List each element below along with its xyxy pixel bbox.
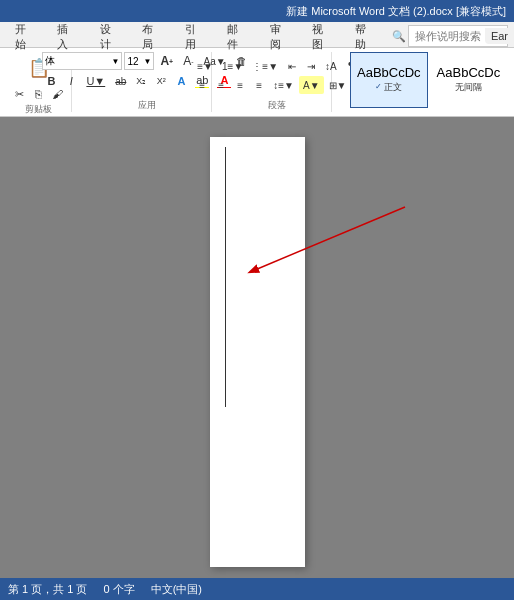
style-heading1[interactable]: AaBl 标题 1	[509, 52, 514, 108]
bullets-button[interactable]: ≡▼	[193, 57, 217, 75]
language[interactable]: 中文(中国)	[151, 582, 202, 597]
tab-home[interactable]: 开始	[4, 25, 45, 47]
italic-button[interactable]: I	[62, 72, 80, 90]
sort-button[interactable]: ↕A	[321, 57, 341, 75]
font-size-value: 12	[127, 56, 138, 67]
title-text: 新建 Microsoft Word 文档 (2).docx [兼容模式]	[286, 4, 506, 19]
clipboard-label: 剪贴板	[25, 103, 52, 116]
font-name-value: 体	[45, 54, 55, 68]
status-bar: 第 1 页，共 1 页 0 个字 中文(中国)	[0, 578, 514, 600]
align-buttons-row: ≡ ≡ ≡ ≡ ↕≡▼ A▼ ⊞▼	[193, 76, 359, 94]
multilevel-button[interactable]: ⋮≡▼	[248, 57, 282, 75]
title-bar: 新建 Microsoft Word 文档 (2).docx [兼容模式]	[0, 0, 514, 22]
tab-view[interactable]: 视图	[301, 25, 342, 47]
arrow-line	[250, 207, 405, 272]
paragraph-group: ≡▼ 1≡▼ ⋮≡▼ ⇤ ⇥ ↕A ¶ ≡ ≡ ≡ ≡ ↕≡▼ A▼	[222, 52, 332, 112]
style-gallery: AaBbCcDc ✓ 正文 AaBbCcDc 无间隔 AaBl 标题 1	[350, 52, 514, 108]
ribbon-tabs: 开始 插入 设计 布局 引用 邮件 审阅 视图 帮助 🔍	[0, 22, 514, 48]
tab-references[interactable]: 引用	[174, 25, 215, 47]
bold-button[interactable]: B	[42, 72, 60, 90]
tab-help[interactable]: 帮助	[344, 25, 385, 47]
style-nospace-label: 无间隔	[455, 81, 482, 94]
font-name-dropdown: ▼	[111, 57, 119, 66]
document-page	[210, 137, 305, 567]
tab-layout[interactable]: 布局	[131, 25, 172, 47]
align-center-button[interactable]: ≡	[212, 76, 230, 94]
list-buttons-row: ≡▼ 1≡▼ ⋮≡▼ ⇤ ⇥ ↕A ¶	[193, 57, 359, 75]
font-size-select[interactable]: 12 ▼	[124, 52, 154, 70]
tab-mailings[interactable]: 邮件	[216, 25, 257, 47]
underline-button[interactable]: U▼	[82, 72, 109, 90]
styles-group: AaBbCcDc ✓ 正文 AaBbCcDc 无间隔 AaBl 标题 1	[342, 52, 514, 112]
style-normal-checkmark: ✓	[375, 82, 382, 91]
text-effect-button[interactable]: A	[172, 72, 190, 90]
strikethrough-button[interactable]: ab	[111, 72, 130, 90]
align-right-button[interactable]: ≡	[231, 76, 249, 94]
style-normal-preview: AaBbCcDc	[357, 66, 421, 79]
subscript-button[interactable]: X₂	[132, 72, 150, 90]
font-label: 应用	[138, 99, 156, 112]
font-size-dropdown: ▼	[143, 57, 151, 66]
font-name-select[interactable]: 体 ▼	[42, 52, 122, 70]
decrease-indent-button[interactable]: ⇤	[283, 57, 301, 75]
align-left-button[interactable]: ≡	[193, 76, 211, 94]
tab-design[interactable]: 设计	[89, 25, 130, 47]
ribbon: 开始 插入 设计 布局 引用 邮件 审阅 视图 帮助 🔍 📋 ✂ ⎘ 🖌	[0, 22, 514, 117]
paragraph-buttons: ≡▼ 1≡▼ ⋮≡▼ ⇤ ⇥ ↕A ¶ ≡ ≡ ≡ ≡ ↕≡▼ A▼	[193, 52, 359, 99]
style-normal-label: 正文	[384, 81, 402, 94]
justify-button[interactable]: ≡	[250, 76, 268, 94]
numbering-button[interactable]: 1≡▼	[218, 57, 247, 75]
line-spacing-button[interactable]: ↕≡▼	[269, 76, 298, 94]
superscript-button[interactable]: X²	[152, 72, 170, 90]
ear-area: Ear	[485, 28, 514, 44]
word-count[interactable]: 0 个字	[103, 582, 134, 597]
style-nospace-preview: AaBbCcDc	[437, 66, 501, 79]
red-arrow-annotation	[215, 187, 435, 307]
document-area	[0, 117, 514, 578]
cut-button[interactable]: ✂	[10, 85, 28, 103]
shading-button[interactable]: A▼	[299, 76, 324, 94]
style-nospace[interactable]: AaBbCcDc 无间隔	[430, 52, 508, 108]
paragraph-label: 段落	[268, 99, 286, 112]
style-normal[interactable]: AaBbCcDc ✓ 正文	[350, 52, 428, 108]
increase-indent-button[interactable]: ⇥	[302, 57, 320, 75]
page-info[interactable]: 第 1 页，共 1 页	[8, 582, 87, 597]
tab-insert[interactable]: 插入	[46, 25, 87, 47]
ribbon-content: 📋 ✂ ⎘ 🖌 剪贴板 体 ▼	[0, 48, 514, 116]
grow-font-button[interactable]: A+	[156, 52, 177, 70]
tab-review[interactable]: 审阅	[259, 25, 300, 47]
ear-label: Ear	[491, 30, 508, 42]
search-icon: 🔍	[392, 30, 406, 43]
text-cursor	[225, 147, 226, 407]
